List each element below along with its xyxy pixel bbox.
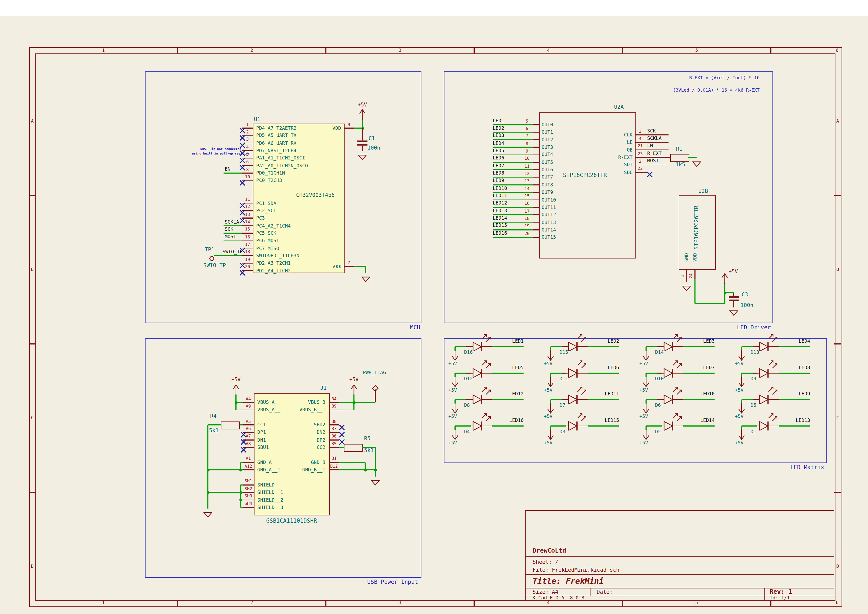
net-label: LED16	[493, 231, 507, 236]
frame-tick	[29, 343, 36, 344]
power-label: +5V	[231, 377, 240, 382]
power-5v-icon[interactable]	[546, 350, 555, 361]
power-5v-icon[interactable]	[642, 350, 651, 361]
power-5v-icon[interactable]	[642, 377, 651, 387]
wire	[223, 225, 242, 226]
power-5v-icon[interactable]	[737, 377, 746, 387]
frame-row-label: A	[31, 119, 34, 124]
led-diode-icon[interactable]	[753, 411, 779, 431]
frame-tick	[29, 195, 36, 196]
no-connect-icon	[240, 444, 246, 451]
led-diode-icon[interactable]	[753, 385, 779, 404]
pin-number: 22	[637, 167, 643, 171]
led-diode-icon[interactable]	[657, 358, 683, 378]
pin-name: SHIELD__1	[257, 490, 284, 495]
led-diode-icon[interactable]	[657, 385, 683, 404]
power-5v-icon[interactable]	[720, 273, 729, 284]
led-diode-icon[interactable]	[753, 332, 779, 351]
led-diode-icon[interactable]	[753, 358, 779, 378]
pin-name: OUT5	[541, 160, 553, 164]
frame-tick	[622, 600, 623, 606]
component-ref: D12	[464, 376, 473, 381]
power-5v-icon[interactable]	[451, 350, 459, 361]
power-5v-icon[interactable]	[451, 429, 459, 440]
ground-icon[interactable]	[729, 307, 738, 313]
wire	[683, 399, 715, 400]
wire	[375, 470, 376, 477]
power-5v-icon[interactable]	[737, 350, 746, 361]
pin-number: 18	[524, 217, 530, 221]
ground-icon[interactable]	[682, 283, 691, 288]
file-field: File: FrekLedMini.kicad_sch	[533, 567, 620, 573]
power-5v-icon[interactable]	[546, 403, 555, 414]
led-diode-icon[interactable]	[562, 411, 587, 431]
frame-column-label: 2	[250, 48, 253, 53]
pin-name: SBU1	[257, 445, 269, 450]
net-label: LED10	[700, 392, 715, 396]
power-label: +5V	[448, 440, 457, 445]
led-diode-icon[interactable]	[562, 332, 587, 351]
pin	[533, 237, 539, 238]
component-value: 5k1	[209, 428, 219, 433]
power-5v-icon[interactable]	[737, 403, 746, 414]
wire	[223, 240, 242, 241]
led-diode-icon[interactable]	[657, 332, 683, 351]
component-value: GSB1CA11101DSHR	[266, 518, 317, 524]
power-5v-icon[interactable]	[546, 429, 555, 440]
power-5v-icon[interactable]	[358, 109, 367, 120]
power-5v-icon[interactable]	[231, 384, 240, 395]
power-5v-icon[interactable]	[642, 403, 651, 414]
ground-icon[interactable]	[358, 152, 367, 157]
pin-number: 6	[246, 160, 249, 164]
pin-number: 13	[524, 179, 530, 183]
net-label: LED6	[608, 365, 619, 370]
power-5v-icon[interactable]	[451, 377, 459, 387]
net-label: LED9	[799, 392, 810, 396]
power-5v-icon[interactable]	[546, 377, 555, 387]
testpoint-icon[interactable]	[209, 253, 215, 259]
led-diode-icon[interactable]	[562, 358, 587, 378]
power-flag-icon[interactable]	[372, 383, 379, 390]
power-label: +5V	[735, 361, 744, 366]
wire	[587, 426, 619, 426]
pin-name: PD7_NRST_T2CH4	[256, 148, 296, 153]
power-5v-icon[interactable]	[451, 403, 459, 414]
wire	[683, 346, 715, 347]
pin-name: DN1	[257, 437, 266, 442]
r1-resistor[interactable]	[670, 154, 689, 162]
pin-name: PD0_T1CH1N	[256, 171, 285, 175]
power-5v-icon[interactable]	[349, 384, 358, 395]
r4-resistor[interactable]	[221, 422, 240, 429]
pin-name: PD2_A3_T2CH1	[256, 261, 291, 265]
net-label: LED4	[799, 339, 810, 343]
c1-capacitor[interactable]	[357, 140, 367, 142]
ground-icon[interactable]	[361, 274, 370, 279]
c3-capacitor[interactable]	[728, 296, 739, 298]
ground-icon[interactable]	[371, 477, 380, 483]
led-diode-icon[interactable]	[466, 385, 492, 404]
pin-number: 13	[245, 212, 250, 217]
component-value: STP16CPC26TTR	[694, 206, 699, 250]
power-5v-icon[interactable]	[642, 429, 651, 440]
net-label: MOSI	[225, 234, 236, 239]
wire	[353, 394, 354, 402]
net-label: MOSI	[647, 158, 659, 163]
led-diode-icon[interactable]	[562, 385, 587, 404]
led-diode-icon[interactable]	[466, 411, 492, 431]
r5-resistor[interactable]	[344, 444, 363, 452]
pin-name: LE	[627, 140, 632, 144]
pin	[533, 229, 539, 230]
rext-formula-line1: R-EXT = (Vref / Iout) * 16	[689, 76, 760, 80]
led-diode-icon[interactable]	[657, 411, 683, 431]
wire	[236, 394, 236, 402]
pin-number: 9	[526, 149, 528, 153]
led-diode-icon[interactable]	[466, 332, 492, 351]
power-5v-icon[interactable]	[737, 429, 746, 440]
pin-number: 23	[637, 152, 643, 156]
ground-icon[interactable]	[203, 509, 212, 515]
led-diode-icon[interactable]	[466, 358, 492, 378]
pin-name: OUT6	[541, 167, 553, 172]
net-label: LED5	[493, 148, 504, 153]
pin-number: B6	[332, 434, 336, 438]
ground-icon[interactable]	[692, 158, 701, 164]
